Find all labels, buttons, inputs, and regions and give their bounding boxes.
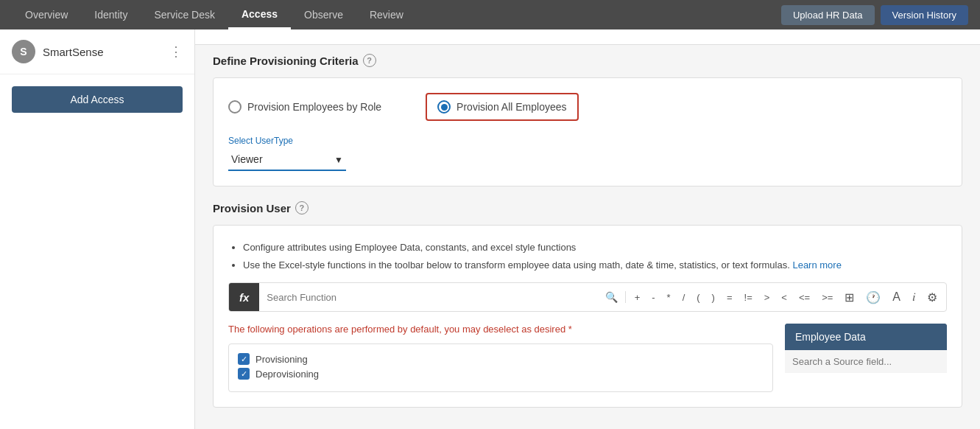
clock-icon[interactable]: 🕐: [861, 287, 885, 307]
main-content: Define Provisioning Criteria ? Provision…: [195, 29, 980, 429]
info-icon[interactable]: 𝑖: [908, 287, 920, 307]
op-multiply[interactable]: *: [663, 289, 675, 306]
provision-user-help-icon[interactable]: ?: [295, 201, 309, 214]
radio-circle-all-employees: [437, 100, 451, 114]
radio-label-all-employees: Provision All Employees: [456, 101, 566, 113]
employee-data-container: Employee Data: [785, 324, 947, 373]
top-strip: [195, 29, 980, 45]
grid-icon[interactable]: ⊞: [840, 287, 859, 307]
checkbox-provisioning: Provisioning: [238, 353, 764, 365]
op-less-equals[interactable]: <=: [794, 289, 814, 306]
define-provisioning-section: Define Provisioning Criteria ? Provision…: [213, 54, 962, 186]
nav-service-desk[interactable]: Service Desk: [141, 0, 228, 29]
sidebar-header: S SmartSense ⋮: [0, 29, 194, 74]
settings-icon[interactable]: ⚙: [923, 287, 942, 307]
radio-option-all-employees[interactable]: Provision All Employees: [426, 93, 578, 121]
sidebar-menu-icon[interactable]: ⋮: [169, 43, 183, 60]
operations-row: The following operations are performed b…: [228, 324, 947, 392]
op-equals[interactable]: =: [722, 289, 737, 306]
nav-review[interactable]: Review: [356, 0, 417, 29]
radio-label-by-role: Provision Employees by Role: [247, 101, 381, 113]
op-greater[interactable]: >: [760, 289, 775, 306]
op-minus[interactable]: -: [647, 289, 659, 306]
provision-user-title: Provision User ?: [213, 201, 962, 214]
radio-option-by-role[interactable]: Provision Employees by Role: [228, 100, 381, 114]
upload-hr-button[interactable]: Upload HR Data: [781, 5, 875, 25]
checkbox-deprovisioning-label: Deprovisioning: [255, 369, 319, 380]
op-plus[interactable]: +: [630, 289, 645, 306]
version-history-button[interactable]: Version History: [881, 5, 968, 25]
provision-user-section: Provision User ? Configure attributes us…: [213, 201, 962, 408]
checkbox-provisioning-box[interactable]: [238, 353, 250, 365]
operations-left: The following operations are performed b…: [228, 324, 773, 392]
op-less[interactable]: <: [777, 289, 792, 306]
op-close-paren[interactable]: ): [708, 289, 719, 306]
fx-operators: + - * / ( ) = != > < <= >= ⊞: [626, 287, 946, 307]
select-usertype-label: Select UserType: [228, 136, 947, 146]
sidebar: S SmartSense ⋮ Add Access: [0, 29, 195, 429]
op-open-paren[interactable]: (: [692, 289, 704, 306]
select-usertype-container: Select UserType Viewer Editor Admin ▼: [228, 136, 947, 171]
nav-actions: Upload HR Data Version History: [781, 5, 968, 25]
checkbox-deprovisioning: Deprovisioning: [238, 368, 764, 380]
learn-more-link[interactable]: Learn more: [792, 259, 841, 271]
define-provisioning-title: Define Provisioning Criteria ?: [213, 54, 962, 67]
main-layout: S SmartSense ⋮ Add Access Define Provisi…: [0, 29, 980, 429]
employee-data-search-input[interactable]: [792, 356, 940, 367]
provision-user-card: Configure attributes using Employee Data…: [213, 225, 962, 408]
employee-data-search-area: [785, 350, 947, 373]
nav-access[interactable]: Access: [228, 0, 291, 29]
text-icon[interactable]: A: [888, 287, 905, 307]
search-icon: 🔍: [605, 291, 618, 303]
nav-observe[interactable]: Observe: [291, 0, 356, 29]
fx-search-area: 🔍: [259, 291, 625, 303]
add-access-button[interactable]: Add Access: [12, 86, 183, 113]
ops-list-card: Provisioning Deprovisioning: [228, 343, 773, 392]
op-not-equals[interactable]: !=: [740, 289, 757, 306]
radio-options-row: Provision Employees by Role Provision Al…: [228, 93, 947, 121]
sidebar-logo: S: [12, 40, 35, 63]
provision-user-bullets: Configure attributes using Employee Data…: [228, 240, 947, 272]
define-provisioning-help-icon[interactable]: ?: [363, 54, 376, 67]
define-provisioning-card: Provision Employees by Role Provision Al…: [213, 77, 962, 186]
ops-required-marker: *: [568, 324, 572, 335]
select-usertype[interactable]: Viewer Editor Admin: [228, 149, 346, 171]
op-divide[interactable]: /: [678, 289, 690, 306]
employee-data-panel: Employee Data: [785, 324, 947, 392]
sidebar-app-name: SmartSense: [43, 46, 169, 58]
fx-search-input[interactable]: [267, 292, 600, 303]
fx-toolbar: fx 🔍 + - * / ( ) =: [228, 282, 947, 312]
ops-description: The following operations are performed b…: [228, 324, 773, 335]
top-navigation: Overview Identity Service Desk Access Ob…: [0, 0, 980, 29]
fx-badge: fx: [229, 283, 259, 311]
nav-identity[interactable]: Identity: [81, 0, 141, 29]
employee-data-header: Employee Data: [785, 324, 947, 350]
radio-circle-by-role: [228, 100, 242, 114]
main-inner: Define Provisioning Criteria ? Provision…: [195, 45, 980, 429]
bullet-2: Use the Excel-style functions in the too…: [243, 258, 947, 273]
nav-overview[interactable]: Overview: [12, 0, 81, 29]
op-greater-equals[interactable]: >=: [817, 289, 837, 306]
sidebar-content: Add Access: [0, 74, 194, 125]
checkbox-deprovisioning-box[interactable]: [238, 368, 250, 380]
bullet-1: Configure attributes using Employee Data…: [243, 240, 947, 255]
nav-items: Overview Identity Service Desk Access Ob…: [12, 0, 781, 29]
checkbox-provisioning-label: Provisioning: [255, 354, 308, 365]
select-usertype-wrapper: Viewer Editor Admin ▼: [228, 149, 346, 171]
